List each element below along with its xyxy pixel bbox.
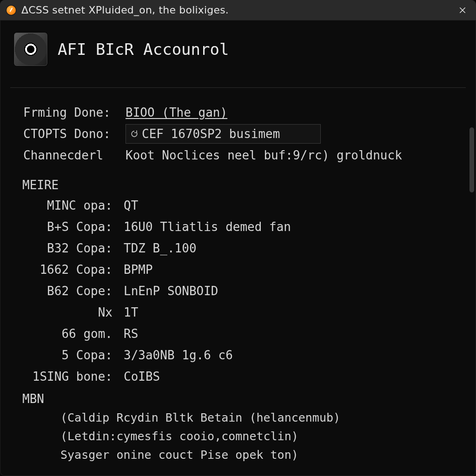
refresh-icon[interactable] [130,129,139,139]
section-heading-meire: MEIRE [22,178,462,192]
page-header: AFI BIcR Accounrol [14,33,462,76]
section-heading-mbn: MBN [22,392,462,406]
disc-icon [14,33,47,66]
item-label: 1662 Copa: [26,259,124,280]
item-label: 66 gom. [26,323,124,344]
item-value: BPMP [124,259,153,280]
item-label: 5 Copa: [26,344,124,366]
divider [10,87,466,88]
field-label: Frming Done: [23,102,126,123]
app-window: ΔCSS setnet XPluided_on, the bolixiges. … [0,0,476,476]
item-label: MINC opa: [26,195,124,216]
item-label: B+S Copa: [26,216,124,238]
list-item: 5 Copa:3/3a0NB 1g.6 c6 [14,344,462,366]
field-chann: Channecderl Koot Noclices neel buf:9/rc)… [23,145,462,166]
list-item: B62 Cope:LnEnP SONBOID [14,280,462,302]
list-item: MINC opa:QT [14,195,462,216]
ctopts-input[interactable] [126,124,321,144]
mbn-line: (Caldip Rcydin Bltk Betain (helancenmub) [60,409,462,427]
close-icon [458,6,467,14]
close-button[interactable] [456,3,469,17]
app-badge-icon [7,6,16,15]
mbn-lines: (Caldip Rcydin Bltk Betain (helancenmub)… [14,409,462,464]
item-value: TDZ B_.100 [124,238,197,259]
meire-list: MINC opa:QT B+S Copa:16U0 Tliatlis demed… [14,195,462,387]
item-value: 3/3a0NB 1g.6 c6 [124,344,233,366]
list-item: 66 gom.RS [14,323,462,344]
list-item: 1SING bone:CoIBS [14,366,462,387]
item-value: 1T [124,302,138,323]
list-item: B32 Copa:TDZ B_.100 [14,238,462,259]
page-title: AFI BIcR Accounrol [58,40,229,59]
window-body: AFI BIcR Accounrol Frming Done: BIOO (Th… [0,20,476,476]
item-value: RS [124,323,138,344]
window-title: ΔCSS setnet XPluided_on, the bolixiges. [21,4,229,16]
item-value: CoIBS [124,366,160,387]
field-value: Koot Noclices neel buf:9/rc) groldnuck [126,145,402,166]
field-label: Channecderl [23,145,126,166]
field-frming: Frming Done: BIOO (The gan) [23,102,462,123]
item-label: B62 Cope: [26,280,124,302]
item-value: 16U0 Tliatlis demed fan [124,216,291,238]
field-label: CTOPTS Dono: [23,123,126,145]
item-label: B32 Copa: [26,238,124,259]
ctopts-text-input[interactable] [142,123,309,145]
mbn-line: (Letdin:cymesfis cooio,comnetclin) [60,427,462,446]
item-label: 1SING bone: [26,366,124,387]
field-ctopts: CTOPTS Dono: [23,123,462,145]
item-label: Nx [26,302,124,323]
list-item: 1662 Copa:BPMP [14,259,462,280]
list-item: Nx1T [14,302,462,323]
top-fields: Frming Done: BIOO (The gan) CTOPTS Dono:… [14,102,462,166]
titlebar: ΔCSS setnet XPluided_on, the bolixiges. [0,0,476,20]
list-item: B+S Copa:16U0 Tliatlis demed fan [14,216,462,238]
item-value: QT [124,195,138,216]
scrollbar-thumb[interactable] [469,127,474,192]
mbn-line: Syasger onine couct Pise opek ton) [60,446,462,464]
field-value-link[interactable]: BIOO (The gan) [126,102,227,123]
item-value: LnEnP SONBOID [124,280,218,302]
